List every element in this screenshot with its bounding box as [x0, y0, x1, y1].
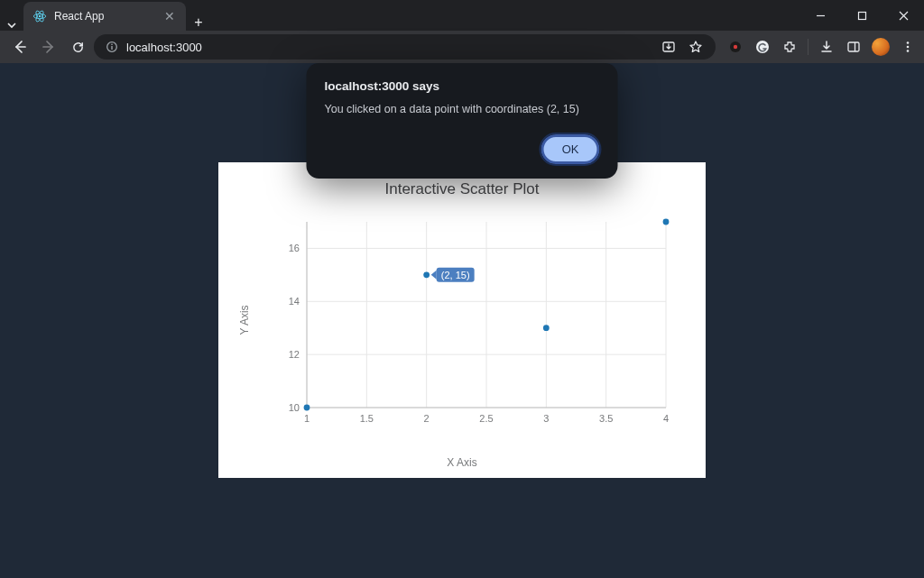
side-panel-icon[interactable] — [845, 38, 863, 56]
downloads-icon[interactable] — [818, 38, 836, 56]
alert-message: You clicked on a data point with coordin… — [325, 102, 600, 118]
tab-well: React App ✕ + — [0, 0, 211, 31]
svg-rect-10 — [111, 44, 112, 45]
x-axis-title: X Axis — [218, 456, 706, 469]
tab-close-button[interactable]: ✕ — [162, 9, 177, 23]
address-actions — [660, 38, 705, 56]
plot-card: Interactive Scatter Plot Y Axis X Axis 1… — [218, 162, 706, 478]
svg-point-18 — [907, 41, 910, 44]
site-info-icon[interactable] — [105, 40, 119, 54]
window-minimize-button[interactable] — [799, 0, 841, 31]
arrow-left-icon — [13, 40, 27, 54]
address-url: localhost:3000 — [126, 41, 202, 54]
extension-grammarly-icon[interactable] — [753, 38, 772, 56]
forward-button[interactable] — [36, 34, 61, 60]
bookmark-icon[interactable] — [687, 38, 705, 56]
window-controls — [799, 0, 924, 31]
address-bar[interactable]: localhost:3000 — [94, 34, 716, 60]
new-tab-button[interactable]: + — [186, 14, 211, 31]
titlebar: React App ✕ + — [0, 0, 924, 31]
maximize-icon — [857, 11, 867, 21]
profile-avatar[interactable] — [872, 38, 890, 56]
close-icon — [899, 11, 909, 21]
tab-title: React App — [54, 10, 155, 23]
x-tick-label: 3.5 — [599, 413, 613, 424]
svg-rect-9 — [111, 46, 112, 50]
alert-ok-button[interactable]: OK — [541, 134, 600, 164]
scatter-plot-svg[interactable]: 1012141611.522.533.54(2, 15) — [282, 216, 671, 427]
avatar-icon — [872, 38, 890, 56]
window-close-button[interactable] — [882, 0, 924, 31]
alert-actions: OK — [325, 134, 600, 164]
x-tick-label: 2.5 — [479, 413, 493, 424]
browser-menu-button[interactable] — [899, 38, 917, 56]
x-tick-label: 4 — [663, 413, 669, 424]
page-viewport: Interactive Scatter Plot Y Axis X Axis 1… — [0, 63, 924, 578]
plot-area[interactable]: 1012141611.522.533.54(2, 15) — [282, 216, 671, 427]
y-tick-label: 16 — [289, 243, 300, 253]
js-alert-dialog: localhost:3000 says You clicked on a dat… — [307, 63, 618, 179]
data-point[interactable] — [304, 405, 310, 411]
hover-tooltip: (2, 15) — [431, 268, 475, 282]
svg-point-19 — [907, 46, 910, 49]
y-tick-label: 12 — [289, 349, 300, 360]
browser-tab[interactable]: React App ✕ — [23, 2, 186, 31]
extension-redux-icon[interactable] — [726, 38, 744, 56]
browser-toolbar: localhost:3000 — [0, 31, 924, 63]
back-button[interactable] — [7, 34, 32, 60]
y-axis-title: Y Axis — [238, 305, 251, 335]
tab-search-button[interactable] — [0, 20, 23, 31]
extensions-menu-icon[interactable] — [781, 38, 799, 56]
x-tick-label: 1.5 — [360, 413, 374, 424]
svg-point-3 — [39, 15, 41, 17]
toolbar-separator — [808, 39, 808, 55]
svg-rect-16 — [848, 42, 859, 51]
reload-button[interactable] — [65, 34, 90, 60]
svg-point-20 — [907, 50, 910, 52]
reload-icon — [71, 41, 85, 54]
x-tick-label: 2 — [424, 413, 430, 424]
svg-text:(2, 15): (2, 15) — [441, 270, 470, 280]
svg-point-13 — [734, 45, 737, 49]
react-favicon-icon — [32, 9, 47, 23]
alert-title: localhost:3000 says — [325, 79, 600, 93]
x-tick-label: 1 — [304, 413, 310, 424]
x-tick-label: 3 — [543, 413, 549, 424]
y-tick-label: 14 — [289, 296, 300, 307]
window-maximize-button[interactable] — [841, 0, 882, 31]
kebab-icon — [901, 41, 914, 53]
arrow-right-icon — [42, 40, 56, 54]
minimize-icon — [816, 11, 826, 21]
y-tick-label: 10 — [289, 402, 300, 413]
extension-icons — [719, 38, 917, 56]
svg-rect-5 — [858, 12, 865, 19]
data-point[interactable] — [543, 325, 550, 331]
install-app-icon[interactable] — [660, 38, 678, 56]
data-point[interactable] — [663, 219, 670, 225]
chevron-down-icon — [6, 20, 17, 31]
data-point[interactable] — [423, 271, 430, 278]
